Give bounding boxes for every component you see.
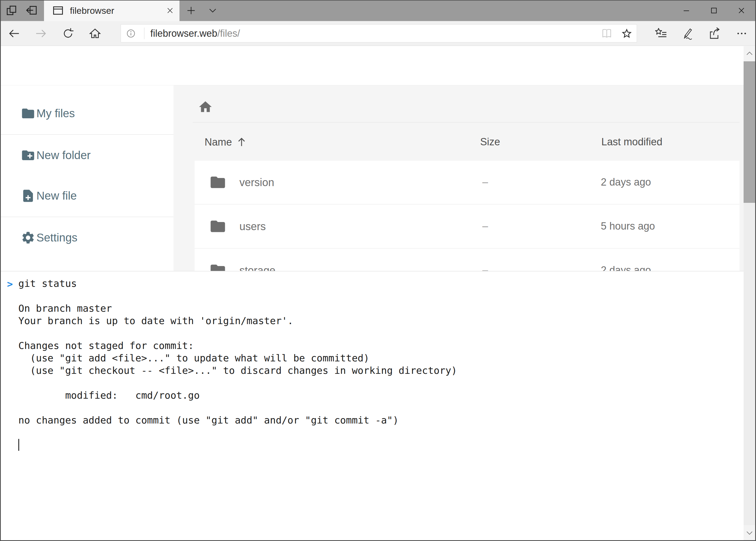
urlbox-divider bbox=[144, 28, 144, 39]
url-domain: filebrowser.web bbox=[150, 28, 217, 39]
sidebar-item-settings[interactable]: Settings bbox=[0, 218, 173, 258]
terminal-line bbox=[0, 377, 744, 389]
terminal-prompt-chevron: > bbox=[7, 278, 13, 290]
site-info-icon[interactable] bbox=[121, 28, 141, 39]
url-path: /files/ bbox=[217, 28, 240, 39]
folder-icon bbox=[21, 106, 35, 121]
terminal-line: modified: cmd/root.go bbox=[0, 389, 744, 402]
column-header-modified[interactable]: Last modified bbox=[601, 136, 662, 148]
file-modified: 2 days ago bbox=[601, 176, 651, 188]
back-arrow-icon bbox=[8, 27, 21, 40]
reading-view-book-icon bbox=[601, 28, 613, 39]
column-header-size[interactable]: Size bbox=[480, 136, 500, 148]
file-modified: 5 hours ago bbox=[601, 221, 655, 232]
breadcrumb-home-button[interactable] bbox=[198, 99, 213, 115]
terminal-command: git status bbox=[0, 277, 744, 290]
listing-divider bbox=[193, 122, 740, 123]
maximize-button[interactable] bbox=[700, 0, 728, 21]
column-name-label: Name bbox=[205, 136, 232, 148]
refresh-icon bbox=[62, 27, 74, 40]
sidebar-item-label: My files bbox=[36, 107, 75, 120]
filebrowser-header bbox=[0, 46, 756, 85]
sidebar-item-new-file[interactable]: New file bbox=[0, 176, 173, 216]
favorites-hub-button[interactable] bbox=[651, 25, 670, 42]
tab-list-dropdown-button[interactable] bbox=[203, 0, 222, 21]
close-icon bbox=[736, 5, 747, 16]
column-header-name[interactable]: Name bbox=[205, 136, 247, 148]
file-size: – bbox=[482, 176, 488, 188]
terminal-line: On branch master bbox=[0, 302, 744, 315]
file-row-users[interactable]: users – 5 hours ago bbox=[195, 205, 740, 248]
back-button[interactable] bbox=[6, 25, 22, 42]
sidebar-item-new-folder[interactable]: New folder bbox=[0, 135, 173, 176]
sidebar-item-label: New file bbox=[36, 189, 77, 202]
tab-title: filebrowser bbox=[70, 5, 160, 16]
minimize-button[interactable] bbox=[672, 0, 700, 21]
terminal-line: Changes not staged for commit: bbox=[0, 339, 744, 352]
terminal-line: Your branch is up to date with 'origin/m… bbox=[0, 315, 744, 327]
home-icon bbox=[89, 27, 101, 40]
new-folder-icon bbox=[21, 148, 35, 163]
sidebar-divider bbox=[0, 134, 173, 135]
terminal-line bbox=[0, 327, 744, 339]
pen-icon bbox=[681, 27, 694, 40]
file-name: version bbox=[239, 176, 274, 189]
listing-header: Name Size Last modified bbox=[173, 136, 744, 150]
window-controls bbox=[672, 0, 755, 21]
refresh-button[interactable] bbox=[60, 25, 76, 42]
new-tab-button[interactable] bbox=[181, 0, 201, 21]
scroll-down-button[interactable] bbox=[744, 525, 755, 540]
forward-button[interactable] bbox=[33, 25, 49, 42]
add-favorite-star-button[interactable] bbox=[617, 28, 637, 39]
browser-tab[interactable]: filebrowser bbox=[44, 0, 179, 21]
address-bar[interactable]: filebrowser.web/files/ bbox=[121, 24, 637, 42]
tab-preview-button[interactable] bbox=[23, 0, 41, 21]
page-scrollbar[interactable] bbox=[744, 46, 755, 540]
chevron-down-icon bbox=[208, 6, 217, 15]
sidebar-item-label: Settings bbox=[36, 231, 78, 244]
minimize-icon bbox=[681, 5, 692, 16]
terminal-line bbox=[0, 290, 744, 302]
forward-arrow-icon bbox=[35, 27, 48, 40]
browser-toolbar: filebrowser.web/files/ bbox=[0, 21, 756, 46]
sidebar-item-my-files[interactable]: My files bbox=[0, 93, 173, 134]
file-row-version[interactable]: version – 2 days ago bbox=[195, 161, 740, 204]
tab-preview-icon bbox=[25, 4, 38, 17]
tab-close-button[interactable] bbox=[160, 0, 179, 21]
share-button[interactable] bbox=[705, 25, 724, 42]
terminal-cursor-line bbox=[0, 439, 744, 451]
set-tabs-aside-icon bbox=[5, 4, 18, 17]
terminal-line: (use "git add <file>..." to update what … bbox=[0, 352, 744, 364]
terminal-line bbox=[0, 426, 744, 439]
sidebar-divider bbox=[0, 217, 173, 217]
settings-gear-icon bbox=[21, 231, 35, 245]
home-icon bbox=[198, 99, 213, 115]
set-tabs-aside-button[interactable] bbox=[3, 0, 21, 21]
web-note-button[interactable] bbox=[678, 25, 697, 42]
star-icon bbox=[621, 28, 632, 39]
terminal-line: no changes added to commit (use "git add… bbox=[0, 414, 744, 426]
terminal-line bbox=[0, 402, 744, 414]
close-window-button[interactable] bbox=[728, 0, 755, 21]
more-dots-icon bbox=[735, 27, 748, 40]
plus-icon bbox=[186, 6, 196, 15]
folder-icon bbox=[209, 218, 226, 235]
more-menu-button[interactable] bbox=[732, 25, 751, 42]
maximize-icon bbox=[708, 5, 719, 16]
chevron-down-icon bbox=[745, 529, 754, 537]
folder-icon bbox=[209, 174, 226, 191]
scroll-up-button[interactable] bbox=[744, 46, 755, 61]
favorites-hub-icon bbox=[654, 27, 667, 40]
terminal-panel[interactable]: > git status On branch master Your branc… bbox=[0, 271, 744, 541]
chevron-up-icon bbox=[745, 50, 754, 58]
sort-ascending-arrow-icon bbox=[236, 136, 247, 148]
new-file-icon bbox=[21, 189, 35, 203]
sidebar-item-label: New folder bbox=[36, 149, 91, 162]
home-button[interactable] bbox=[87, 25, 104, 42]
file-size: – bbox=[482, 221, 488, 232]
reading-view-button[interactable] bbox=[597, 28, 617, 39]
url-text: filebrowser.web/files/ bbox=[150, 28, 240, 39]
scrollbar-thumb[interactable] bbox=[744, 61, 755, 203]
file-name: users bbox=[239, 221, 266, 233]
close-icon bbox=[166, 6, 174, 15]
